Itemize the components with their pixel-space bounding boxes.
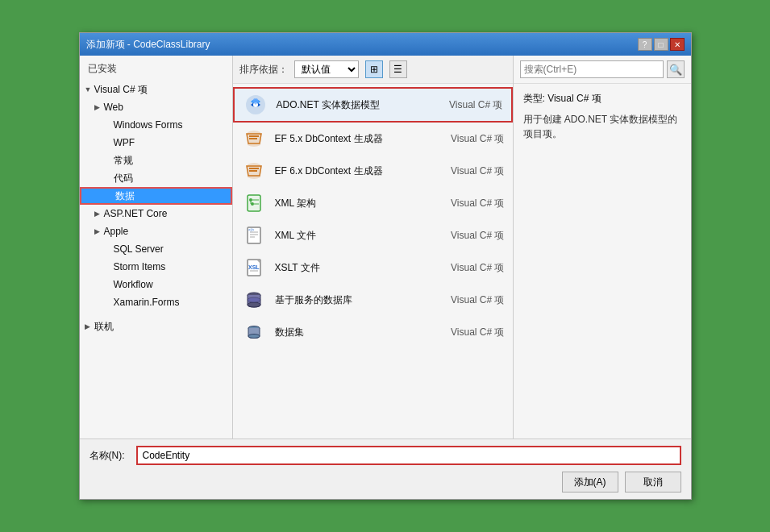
item-name-ef6: EF 6.x DbContext 生成器 bbox=[275, 164, 440, 178]
list-view-button[interactable]: ☰ bbox=[389, 60, 407, 78]
tree-item-shuju[interactable]: 数据 bbox=[80, 187, 232, 205]
list-item-db-service[interactable]: 基于服务的数据库Visual C# 项 bbox=[233, 284, 513, 316]
item-category-ado-net: Visual C# 项 bbox=[447, 98, 503, 112]
tree-label-apple: Apple bbox=[104, 226, 129, 237]
tree-arrow-lian-ji: ▶ bbox=[85, 322, 94, 330]
item-category-xml-wenjian: Visual C# 项 bbox=[448, 229, 505, 243]
sort-select[interactable]: 默认值 名称 类型 bbox=[294, 60, 359, 78]
grid-view-button[interactable]: ⊞ bbox=[365, 60, 383, 78]
svg-point-5 bbox=[251, 202, 254, 206]
item-name-db-service: 基于服务的数据库 bbox=[275, 293, 440, 307]
svg-point-17 bbox=[248, 302, 260, 307]
item-icon-xslt: XSL bbox=[241, 255, 267, 281]
dialog-footer: 名称(N): 添加(A) 取消 bbox=[80, 438, 691, 499]
tree-label-sql-server: SQL Server bbox=[114, 243, 164, 255]
left-panel: 已安装 ▼Visual C# 项▶WebWindows FormsWPF常规代码… bbox=[80, 56, 233, 438]
item-icon-dataset bbox=[241, 319, 267, 345]
tree-label-workflow: Workflow bbox=[114, 279, 153, 290]
middle-toolbar: 排序依据： 默认值 名称 类型 ⊞ ☰ bbox=[233, 56, 513, 84]
tree-item-xamarin[interactable]: Xamarin.Forms bbox=[80, 293, 232, 311]
item-name-xml-jiegou: XML 架构 bbox=[275, 197, 440, 210]
tree-arrow-apple: ▶ bbox=[94, 227, 104, 235]
item-category-xml-jiegou: Visual C# 项 bbox=[448, 197, 505, 210]
tree-item-web[interactable]: ▶Web bbox=[80, 98, 232, 116]
svg-point-20 bbox=[248, 335, 260, 339]
list-item-xml-wenjian[interactable]: </>XML 文件Visual C# 项 bbox=[233, 219, 513, 251]
tree-item-visual-csharp[interactable]: ▼Visual C# 项 bbox=[80, 81, 232, 98]
tree-item-daima[interactable]: 代码 bbox=[80, 169, 232, 187]
tree-item-lian-ji[interactable]: ▶联机 bbox=[80, 318, 232, 335]
main-dialog: 添加新项 - CodeClassLibrary ? □ ✕ 已安装 ▼Visua… bbox=[79, 32, 692, 500]
add-button[interactable]: 添加(A) bbox=[562, 472, 618, 493]
tree-label-xamarin: Xamarin.Forms bbox=[114, 297, 180, 308]
tree-arrow-aspnet-core: ▶ bbox=[94, 210, 104, 218]
list-item-xslt[interactable]: XSLXSLT 文件Visual C# 项 bbox=[233, 251, 513, 284]
svg-point-18 bbox=[248, 297, 260, 302]
tree-item-sql-server[interactable]: SQL Server bbox=[80, 240, 232, 258]
tree-item-workflow[interactable]: Workflow bbox=[80, 276, 232, 293]
info-desc: 用于创建 ADO.NET 实体数据模型的项目项。 bbox=[523, 112, 681, 141]
tree-label-visual-csharp: Visual C# 项 bbox=[94, 83, 148, 97]
dialog-body: 已安装 ▼Visual C# 项▶WebWindows FormsWPF常规代码… bbox=[80, 56, 691, 438]
item-category-dataset: Visual C# 项 bbox=[448, 326, 505, 339]
search-bar: 🔍 bbox=[514, 56, 691, 84]
cancel-button[interactable]: 取消 bbox=[625, 472, 681, 493]
item-name-dataset: 数据集 bbox=[275, 326, 440, 339]
list-item-xml-jiegou[interactable]: XML 架构Visual C# 项 bbox=[233, 187, 513, 219]
item-name-ef5: EF 5.x DbContext 生成器 bbox=[275, 132, 440, 146]
item-name-xml-wenjian: XML 文件 bbox=[275, 229, 440, 243]
title-bar: 添加新项 - CodeClassLibrary ? □ ✕ bbox=[80, 33, 691, 56]
item-icon-ado-net bbox=[243, 92, 268, 118]
close-button[interactable]: ✕ bbox=[670, 38, 685, 51]
dialog-title: 添加新项 - CodeClassLibrary bbox=[86, 38, 210, 52]
item-name-ado-net: ADO.NET 实体数据模型 bbox=[277, 98, 439, 112]
info-type: 类型: Visual C# 项 bbox=[523, 92, 681, 106]
right-panel: 🔍 类型: Visual C# 项 用于创建 ADO.NET 实体数据模型的项目… bbox=[514, 56, 691, 438]
info-panel: 类型: Visual C# 项 用于创建 ADO.NET 实体数据模型的项目项。 bbox=[514, 84, 691, 438]
left-panel-header: 已安装 bbox=[80, 56, 232, 79]
list-item-ef5[interactable]: EF 5.x DbContext 生成器Visual C# 项 bbox=[233, 123, 513, 155]
item-icon-ef6 bbox=[241, 158, 267, 184]
tree-item-aspnet-core[interactable]: ▶ASP.NET Core bbox=[80, 205, 232, 222]
item-category-db-service: Visual C# 项 bbox=[448, 293, 505, 307]
tree-label-storm-items: Storm Items bbox=[114, 261, 166, 272]
items-list: ADO.NET 实体数据模型Visual C# 项EF 5.x DbContex… bbox=[233, 84, 513, 438]
item-category-xslt: Visual C# 项 bbox=[448, 261, 505, 275]
item-icon-xml-wenjian: </> bbox=[241, 222, 267, 248]
tree-label-wpf: WPF bbox=[114, 137, 135, 148]
item-name-xslt: XSLT 文件 bbox=[275, 261, 440, 275]
name-input[interactable] bbox=[136, 446, 681, 465]
item-icon-xml-jiegou bbox=[241, 190, 267, 216]
title-bar-buttons: ? □ ✕ bbox=[638, 38, 685, 51]
middle-panel: 排序依据： 默认值 名称 类型 ⊞ ☰ ADO.NET 实体数据模型Visual… bbox=[233, 56, 514, 438]
search-input[interactable] bbox=[520, 60, 664, 78]
list-item-ef6[interactable]: EF 6.x DbContext 生成器Visual C# 项 bbox=[233, 155, 513, 187]
tree-item-wpf[interactable]: WPF bbox=[80, 134, 232, 152]
name-label: 名称(N): bbox=[89, 449, 130, 463]
search-button[interactable]: 🔍 bbox=[667, 60, 685, 78]
tree: ▼Visual C# 项▶WebWindows FormsWPF常规代码数据▶A… bbox=[80, 79, 232, 438]
tree-label-web: Web bbox=[104, 102, 123, 113]
list-item-ado-net[interactable]: ADO.NET 实体数据模型Visual C# 项 bbox=[233, 87, 513, 123]
tree-label-changgui: 常规 bbox=[114, 154, 133, 168]
tree-label-aspnet-core: ASP.NET Core bbox=[104, 208, 168, 219]
tree-item-apple[interactable]: ▶Apple bbox=[80, 222, 232, 240]
item-icon-db-service bbox=[241, 287, 267, 313]
tree-arrow-web: ▶ bbox=[94, 103, 104, 111]
tree-arrow-visual-csharp: ▼ bbox=[85, 85, 94, 94]
tree-item-changgui[interactable]: 常规 bbox=[80, 152, 232, 169]
item-category-ef6: Visual C# 项 bbox=[448, 164, 505, 178]
maximize-button[interactable]: □ bbox=[654, 38, 668, 51]
tree-item-storm-items[interactable]: Storm Items bbox=[80, 258, 232, 276]
tree-label-lian-ji: 联机 bbox=[94, 320, 114, 334]
svg-rect-2 bbox=[248, 195, 260, 211]
button-row: 添加(A) 取消 bbox=[89, 472, 681, 493]
tree-label-windows-forms: Windows Forms bbox=[114, 119, 183, 131]
installed-label: 已安装 bbox=[88, 63, 117, 74]
list-item-dataset[interactable]: 数据集Visual C# 项 bbox=[233, 316, 513, 348]
tree-item-windows-forms[interactable]: Windows Forms bbox=[80, 116, 232, 134]
minimize-button[interactable]: ? bbox=[638, 38, 652, 51]
tree-label-daima: 代码 bbox=[114, 172, 133, 185]
sort-label: 排序依据： bbox=[239, 63, 288, 77]
name-row: 名称(N): bbox=[89, 446, 681, 465]
